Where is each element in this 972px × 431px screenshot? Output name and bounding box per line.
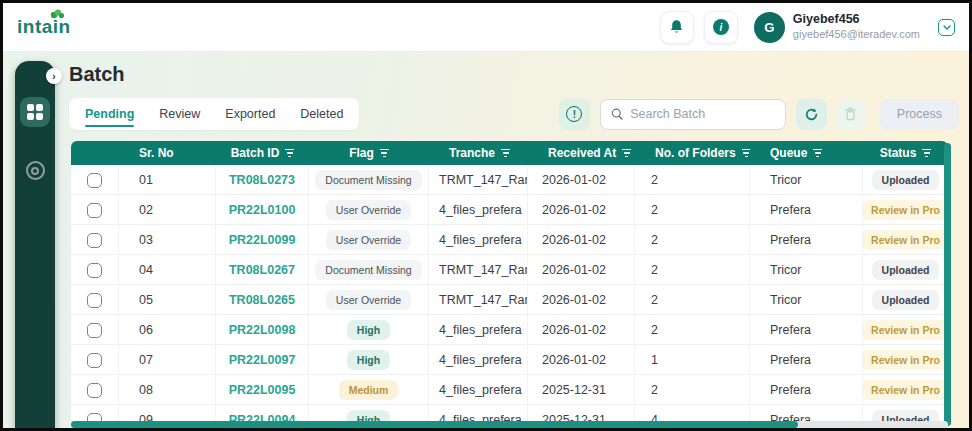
sidebar-item-records[interactable] <box>26 161 45 180</box>
user-text: Giyebef456 giyebef456@iteradev.com <box>793 12 920 41</box>
avatar: G <box>754 12 785 43</box>
toolbar: ! <box>559 99 959 130</box>
sidebar-item-dashboard[interactable] <box>20 97 50 127</box>
sidebar-expand-button[interactable]: › <box>46 68 62 84</box>
status-cell: Uploaded <box>863 405 948 421</box>
status-badge: Review in Pro <box>863 350 948 371</box>
checkbox-cell <box>71 405 119 421</box>
tranche-cell: 4_files_prefera <box>429 375 528 405</box>
row-checkbox[interactable] <box>87 203 102 218</box>
column-header-batch_id[interactable]: Batch ID <box>216 141 309 165</box>
sr-no-cell: 07 <box>119 345 216 375</box>
status-badge: Uploaded <box>872 290 940 311</box>
row-checkbox[interactable] <box>87 413 102 422</box>
row-checkbox[interactable] <box>87 263 102 278</box>
filter-icon <box>501 149 510 158</box>
batch-id-link[interactable]: PR22L0095 <box>229 383 296 397</box>
table-row: 04TR08L0267Document MissingTRMT_147_Rand… <box>71 255 948 285</box>
info-button[interactable]: i <box>704 11 738 44</box>
batch-id-link[interactable]: PR22L0099 <box>229 233 296 247</box>
delete-button[interactable] <box>835 99 866 130</box>
process-button[interactable]: Process <box>880 99 959 130</box>
folders-cell: 1 <box>635 345 750 375</box>
column-header-folders[interactable]: No. of Folders <box>635 141 750 165</box>
tranche-cell: TRMT_147_Rand... <box>429 165 528 195</box>
batch-id-link[interactable]: TR08L0265 <box>229 293 295 307</box>
controls-row: PendingReviewExportedDeleted ! <box>69 98 959 130</box>
status-cell: Uploaded <box>863 285 948 315</box>
batch-id-link[interactable]: TR08L0267 <box>229 263 295 277</box>
top-bar-actions: i G Giyebef456 giyebef456@iteradev.com <box>660 11 955 44</box>
status-cell: Review in Pro <box>863 315 948 345</box>
tab-exported[interactable]: Exported <box>225 98 275 130</box>
batch-id-cell: PR22L0097 <box>216 345 309 375</box>
column-header-status[interactable]: Status <box>863 141 948 165</box>
grid-icon <box>27 104 43 120</box>
batch-id-cell: PR22L0098 <box>216 315 309 345</box>
filter-icon <box>813 149 822 158</box>
search-icon <box>611 107 623 121</box>
received-at-cell: 2025-12-31 <box>528 405 635 421</box>
vertical-scrollbar[interactable] <box>944 143 951 426</box>
tab-pending[interactable]: Pending <box>85 98 134 130</box>
received-at-cell: 2025-12-31 <box>528 375 635 405</box>
batch-id-link[interactable]: PR22L0098 <box>229 323 296 337</box>
row-checkbox[interactable] <box>87 233 102 248</box>
user-dropdown-button[interactable] <box>938 19 955 36</box>
batch-id-cell: TR08L0273 <box>216 165 309 195</box>
flag-cell: High <box>309 405 429 421</box>
batch-id-cell: PR22L0099 <box>216 225 309 255</box>
sr-no-cell: 08 <box>119 375 216 405</box>
row-checkbox[interactable] <box>87 293 102 308</box>
queue-cell: Prefera <box>750 345 863 375</box>
column-header-received_at[interactable]: Received At <box>528 141 635 165</box>
notifications-button[interactable] <box>660 11 694 44</box>
flag-badge: User Override <box>326 290 411 311</box>
batch-id-link[interactable]: PR22L0094 <box>229 413 296 421</box>
tab-bar: PendingReviewExportedDeleted <box>69 98 359 130</box>
queue-cell: Prefera <box>750 195 863 225</box>
batch-id-cell: TR08L0267 <box>216 255 309 285</box>
tab-review[interactable]: Review <box>159 98 200 130</box>
folders-cell: 2 <box>635 195 750 225</box>
chevron-down-icon <box>943 25 951 30</box>
row-checkbox[interactable] <box>87 323 102 338</box>
batch-id-cell: PR22L0095 <box>216 375 309 405</box>
queue-cell: Tricor <box>750 255 863 285</box>
flag-badge: Document Missing <box>315 260 421 281</box>
batch-table: Sr. NoBatch IDFlagTrancheReceived AtNo. … <box>71 141 948 428</box>
refresh-button[interactable] <box>796 99 827 130</box>
horizontal-scrollbar-thumb[interactable] <box>71 421 798 428</box>
alert-button[interactable]: ! <box>559 99 590 130</box>
tab-deleted[interactable]: Deleted <box>300 98 343 130</box>
status-cell: Review in Pro <box>863 225 948 255</box>
table-row: 08PR22L0095Medium4_files_prefera2025-12-… <box>71 375 948 405</box>
row-checkbox[interactable] <box>87 353 102 368</box>
batch-id-cell: PR22L0100 <box>216 195 309 225</box>
batch-id-link[interactable]: PR22L0100 <box>229 203 296 217</box>
column-label: Received At <box>548 146 616 160</box>
column-header-tranche[interactable]: Tranche <box>429 141 528 165</box>
search-input[interactable] <box>630 107 775 121</box>
row-checkbox[interactable] <box>87 383 102 398</box>
info-circle-icon: i <box>713 19 729 35</box>
folders-cell: 2 <box>635 225 750 255</box>
status-badge: Review in Pro <box>863 380 948 401</box>
user-menu[interactable]: G Giyebef456 giyebef456@iteradev.com <box>754 12 920 43</box>
column-header-flag[interactable]: Flag <box>309 141 429 165</box>
page-title: Batch <box>69 63 125 86</box>
row-checkbox[interactable] <box>87 173 102 188</box>
column-label: Queue <box>770 146 807 160</box>
batch-id-cell: PR22L0094 <box>216 405 309 421</box>
table-header: Sr. NoBatch IDFlagTrancheReceived AtNo. … <box>71 141 948 165</box>
column-header-queue[interactable]: Queue <box>750 141 863 165</box>
checkbox-cell <box>71 345 119 375</box>
flag-cell: User Override <box>309 285 429 315</box>
batch-id-link[interactable]: TR08L0273 <box>229 173 295 187</box>
checkbox-cell <box>71 375 119 405</box>
table-row: 01TR08L0273Document MissingTRMT_147_Rand… <box>71 165 948 195</box>
sr-no-cell: 05 <box>119 285 216 315</box>
flag-cell: High <box>309 345 429 375</box>
batch-id-link[interactable]: PR22L0097 <box>229 353 296 367</box>
sr-no-cell: 04 <box>119 255 216 285</box>
